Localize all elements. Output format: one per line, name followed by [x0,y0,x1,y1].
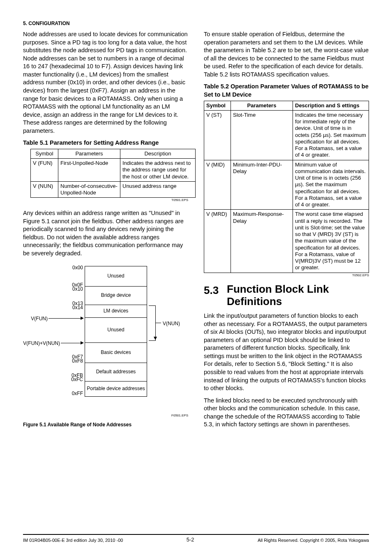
left-paragraph-2: Any devices within an address range writ… [23,209,188,257]
address-stack: Unused Bridge device LM devices Unused B… [85,266,147,397]
arrow-head-icon [81,341,84,345]
table-5-1: Symbol Parameters Description V (FUN) Fi… [30,149,196,198]
right-paragraph-1: To ensure stable operation of Fieldbus, … [204,30,369,79]
stack-box: Bridge device [85,287,147,305]
table-row: V (NUN) Number-of-consecutive-Unpolled-N… [31,181,196,198]
cell: Indicates the time necessary for immedia… [293,110,369,160]
footer-left: IM 01R04B05-00E-E 3rd edition July 30, 2… [23,538,123,543]
addr-label: 0x10 [67,287,83,291]
addr-label: 0xF8 [67,358,83,363]
th-description: Description [120,149,196,158]
cell: Minimum-Inter-PDU-Delay [231,160,293,210]
right-paragraph-3: The linked blocks need to be executed sy… [204,397,369,429]
vfun-label: V(FUN) [23,315,48,322]
vnun-bracket [149,305,156,341]
cell: The worst case time elapsed until a repl… [293,210,369,273]
cell: V (MRD) [204,210,231,273]
arrow-line [61,343,81,343]
stack-box: Basic devices [85,343,147,363]
table-row: Symbol Parameters Description and S etti… [204,101,369,110]
cell: Slot-Time [231,110,293,160]
footer-right: All Rights Reserved. Copyright © 2005, R… [258,538,369,543]
right-column: To ensure stable operation of Fieldbus, … [204,30,369,531]
stack-box: Unused [85,318,147,343]
eps-label: T0502.EPS [204,273,369,278]
table-row: V (ST) Slot-Time Indicates the time nece… [204,110,369,160]
vfun-vnun-label: V(FUN)+V(NUN) [23,340,60,347]
arrow-head-icon [81,317,84,320]
cell: Number-of-consecutive-Unpolled-Node [58,181,120,198]
stack-box: Unused [85,266,147,287]
table-row: V (MRD) Maximum-Response-Delay The worst… [204,210,369,273]
section-header: 5. CONFIGURATION [23,21,369,26]
figure-5-1-caption: Figure 5.1 Available Range of Node Addre… [23,421,188,428]
th-description: Description and S ettings [293,101,369,110]
addr-label: 0xFC [67,377,83,382]
left-column: Node addresses are used to locate device… [23,30,188,531]
table-5-2: Symbol Parameters Description and S etti… [204,101,369,273]
heading-5-3: 5.3 Function Block Link Definitions [204,283,369,308]
heading-number: 5.3 [204,283,227,308]
heading-text: Function Block Link Definitions [227,283,369,308]
page-footer: IM 01R04B05-00E-E 3rd edition July 30, 2… [23,534,369,543]
table-5-1-title: Table 5.1 Parameters for Setting Address… [23,139,188,147]
cell: Maximum-Response-Delay [231,210,293,273]
right-paragraph-2: Link the input/output parameters of func… [204,312,369,393]
table-row: V (FUN) First-Unpolled-Node Indicates th… [31,159,196,182]
th-symbol: Symbol [204,101,231,110]
cell: V (ST) [204,110,231,160]
table-row: V (MID) Minimum-Inter-PDU-Delay Minimum … [204,160,369,210]
stack-box: Default addresses [85,363,147,382]
arrow-line [155,323,161,323]
cell: V (MID) [204,160,231,210]
arrow-line [48,318,81,319]
stack-box: LM devices [85,305,147,318]
th-parameters: Parameters [58,149,120,158]
table-5-2-title: Table 5.2 Operation Parameter Values of … [204,83,369,99]
cell: Indicates the address next to the addres… [120,159,196,182]
cell: Minimum value of communication data inte… [293,160,369,210]
vnun-label: V(NUN) [163,320,180,327]
th-symbol: Symbol [31,149,58,158]
cell: First-Unpolled-Node [58,159,120,182]
eps-label: T0501.EPS [23,198,188,203]
addr-label: 0x00 [67,265,83,270]
table-row: Symbol Parameters Description [31,149,196,158]
th-parameters: Parameters [231,101,293,110]
eps-label: F0501.EPS [171,414,188,418]
cell: V (FUN) [31,159,58,182]
addr-label: 0xFF [67,391,83,396]
arrow-head-icon [154,337,157,340]
cell: Unused address range [120,181,196,198]
stack-box: Portable device addresses [85,382,147,396]
addr-label: 0x14 [67,305,83,310]
footer-page-number: 5-2 [187,536,194,543]
cell: V (NUN) [31,181,58,198]
left-paragraph-1: Node addresses are used to locate device… [23,30,188,135]
two-column-layout: Node addresses are used to locate device… [23,30,369,531]
figure-5-1: Unused Bridge device LM devices Unused B… [23,262,188,418]
